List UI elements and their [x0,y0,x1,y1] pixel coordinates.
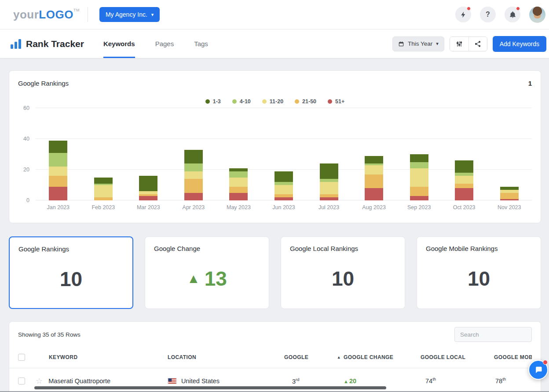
legend-dot [205,99,210,104]
filters-button[interactable] [450,37,468,51]
favorite-star-icon[interactable]: ☆ [36,377,43,385]
toolbar-icon-group [450,36,487,51]
bar-stack [500,187,519,201]
bar-segment-21-50 [320,194,338,197]
bar-segment-4-10 [184,163,203,171]
divider [88,7,88,22]
stat-card-google-change[interactable]: Google Change ▲13 [145,236,269,309]
bar-segment-51+ [229,193,248,201]
user-avatar[interactable] [529,7,545,23]
bar-segment-1-3 [500,187,519,190]
bell-icon [509,11,516,18]
bar-segment-21-50 [229,187,248,193]
share-button[interactable] [468,37,487,51]
google-rankings-chart-card: Google Rankings 1 1-34-1011-2021-5051+ 0… [9,70,541,223]
bar-segment-51+ [410,196,428,201]
bar-segment-11-20 [410,168,428,187]
notifications-button[interactable] [505,7,520,22]
stat-label: Google Rankings [18,245,124,253]
date-range-button[interactable]: This Year ▾ [392,36,444,51]
stat-card-google-mobile-rankings[interactable]: Google Mobile Rankings 10 [417,236,541,309]
tab-pages[interactable]: Pages [155,29,174,58]
top-bar: yourLOGOTM My Agency Inc. ▾ ? [0,0,549,29]
x-axis-label: Sep 2023 [396,204,442,211]
bar-segment-21-50 [365,174,383,189]
sort-asc-icon: ▲ [337,355,344,359]
bar-segment-1-3 [94,178,113,184]
x-axis-label: Apr 2023 [171,204,216,211]
logo-your: your [13,8,39,21]
bar-column [81,108,126,200]
stat-value: 10 [281,267,405,290]
bar-segment-51+ [455,188,473,200]
bar-segment-11-20 [94,185,113,197]
bar-segment-21-50 [410,187,428,196]
us-flag-icon [168,378,177,384]
table-header-row: KEYWORD LOCATION GOOGLE▲ GOOGLE CHANGE G… [9,346,541,368]
topbar-actions: ? [455,7,545,23]
bar-column [487,108,532,200]
add-keywords-button[interactable]: Add Keywords [493,36,546,52]
bar-segment-4-10 [274,182,293,185]
horizontal-scrollbar-thumb[interactable] [34,386,386,389]
bar-segment-11-20 [500,190,519,193]
tab-tags[interactable]: Tags [194,29,208,58]
column-header-google[interactable]: GOOGLE▲ [284,354,344,360]
google-mobile-cell: 78th [495,377,506,385]
column-header-google-mobile[interactable]: GOOGLE MOBILI [494,354,532,360]
bar-stack [455,160,473,200]
up-arrow-icon: ▲ [187,271,200,286]
bar-column [261,108,307,200]
y-axis-label: 0 [26,197,29,203]
legend-item: 51+ [328,98,344,105]
chat-icon [534,366,543,374]
search-input[interactable] [454,327,532,342]
plot-area [36,108,532,200]
location-cell: United States [181,377,220,385]
chat-notification-dot [543,360,548,365]
stat-card-google-rankings[interactable]: Google Rankings 10 [9,236,133,309]
bar-segment-11-20 [184,171,203,179]
bar-segment-1-3 [455,160,473,173]
bar-stack [184,150,203,201]
bar-segment-11-20 [365,165,383,174]
column-header-google-local[interactable]: GOOGLE LOCAL [421,354,494,360]
bar-column [36,108,81,200]
bar-segment-11-20 [139,191,157,194]
tab-keywords[interactable]: Keywords [103,29,135,58]
bar-segment-1-3 [410,154,428,162]
x-axis-label: Oct 2023 [442,204,487,211]
chat-widget-button[interactable] [528,360,548,380]
stat-cards-row: Google Rankings 10 Google Change ▲13 Goo… [9,236,541,309]
bar-segment-4-10 [320,179,338,182]
lightning-icon [460,11,467,18]
bar-column [442,108,487,200]
select-all-checkbox[interactable] [18,354,25,361]
google-local-cell: 74th [425,377,436,385]
column-header-location[interactable]: LOCATION [168,354,284,360]
bar-stack [49,141,67,201]
bar-stack [94,178,113,201]
agency-selector-button[interactable]: My Agency Inc. ▾ [99,7,160,22]
help-button[interactable]: ? [480,7,496,22]
logo-brand: LOGO [39,8,73,21]
bar-segment-11-20 [49,167,67,176]
row-checkbox[interactable] [18,377,25,385]
add-keywords-label: Add Keywords [500,40,539,47]
column-header-google-change[interactable]: GOOGLE CHANGE [344,354,421,360]
bar-segment-51+ [274,197,293,200]
main-content: Google Rankings 1 1-34-1011-2021-5051+ 0… [0,58,549,392]
bar-segment-21-50 [455,184,473,189]
stat-card-google-local-rankings[interactable]: Google Local Rankings 10 [281,236,405,309]
header-actions: This Year ▾ Add Keywords [392,36,546,52]
bar-column [396,108,442,200]
announcements-button[interactable] [455,7,471,22]
legend-dot [262,99,267,104]
bar-column [126,108,171,200]
column-header-keyword[interactable]: KEYWORD [36,354,168,360]
chevron-down-icon: ▾ [151,12,154,18]
y-axis-label: 40 [23,136,29,142]
sliders-icon [456,40,463,47]
bar-segment-51+ [500,199,519,201]
share-icon [474,40,481,47]
